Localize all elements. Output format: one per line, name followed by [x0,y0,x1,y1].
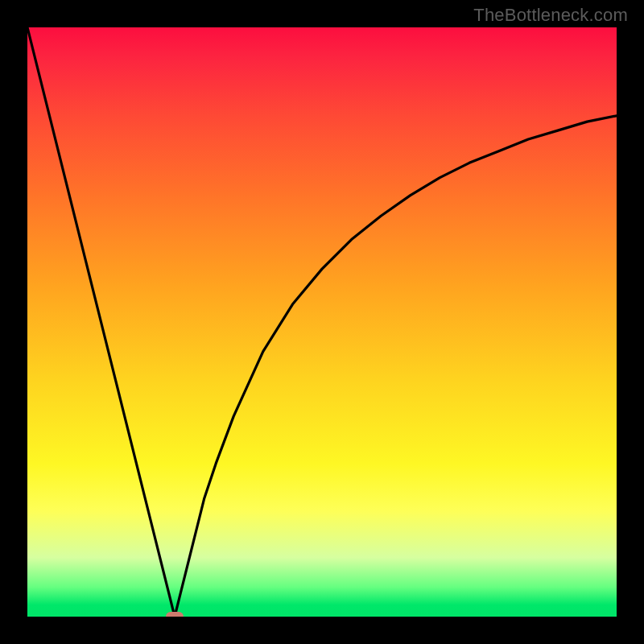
watermark-text: TheBottleneck.com [473,5,628,26]
minimum-marker [166,612,184,617]
chart-frame: TheBottleneck.com [0,0,644,644]
curve-layer [27,27,617,617]
plot-area [27,27,617,617]
curve-path [27,27,617,617]
